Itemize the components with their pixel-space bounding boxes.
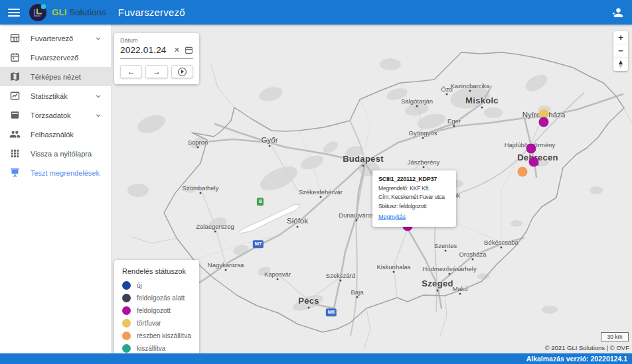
road-shield-M7: M7 — [253, 240, 264, 248]
city-dot — [308, 307, 310, 309]
status-dot-feldolgozott — [122, 306, 131, 315]
prev-day-button[interactable]: ← — [120, 65, 142, 78]
city-dot — [472, 259, 474, 261]
city-dot — [362, 165, 364, 167]
gli-logo-icon — [29, 4, 46, 21]
city-dot — [416, 105, 418, 107]
order-address: Cím: Kecskemét Fuvar utca — [378, 194, 450, 200]
sidebar-item-vissza-a-nyitolapra[interactable]: Vissza a nyitólapra — [0, 144, 111, 163]
status-dot-uj — [122, 281, 131, 290]
next-day-button[interactable]: → — [145, 65, 167, 78]
sidebar-item-label: Térképes nézet — [31, 73, 103, 81]
order-customer: Megrendelő: KKF Kft. — [378, 185, 450, 192]
city-dot — [459, 293, 461, 295]
scale-bar: 30 km — [601, 332, 629, 341]
legend-label: kiszállítva — [137, 345, 165, 352]
zoom-out-button[interactable]: − — [613, 44, 628, 58]
chart-icon — [9, 90, 21, 101]
legend-label: részben kiszállítva — [137, 332, 191, 339]
legend-item-feldolgozott: feldolgozott — [122, 306, 191, 315]
sidebar-item-torzsadatok[interactable]: Törzsadatok — [0, 105, 111, 125]
sidebar-item-statisztikak[interactable]: Statisztikák — [0, 86, 111, 105]
map-zoom-control: +− — [613, 31, 628, 71]
status-legend: Rendelés státuszok újfeldolgozás alattfe… — [114, 260, 199, 353]
logo-text: GLI Solutions — [52, 7, 106, 17]
sidebar-item-label: Törzsadatok — [31, 111, 94, 119]
city-dot — [393, 271, 395, 273]
sidebar-item-teszt-megrendelesek[interactable]: Teszt megrendelések — [0, 163, 111, 182]
city-dot — [200, 192, 202, 194]
order-popup: SCIII1_220112_KDP37 Megrendelő: KKF Kft.… — [372, 170, 456, 227]
chevron-down-icon — [94, 34, 103, 43]
compass-icon — [619, 60, 623, 68]
status-dot-reszben_kiszallitva — [122, 332, 131, 340]
city-dot — [277, 278, 279, 280]
chevron-down-icon — [94, 91, 103, 101]
archive-icon — [9, 109, 21, 121]
city-dot — [469, 90, 471, 92]
chevron-down-icon — [94, 111, 103, 120]
city-dot — [446, 93, 448, 95]
calendar-icon — [9, 52, 21, 63]
zoom-in-button[interactable]: + — [613, 31, 628, 44]
city-dot — [197, 147, 199, 149]
app-header: GLI Solutions Fuvarszervező — [0, 0, 632, 25]
sidebar-item-label: Fuvarszervező — [31, 54, 103, 62]
reset-rotation-button[interactable] — [613, 58, 628, 71]
logo-text-gli: GLI — [52, 7, 67, 17]
order-marker-feldolgozott[interactable] — [539, 117, 549, 127]
map-attribution: © 2021 GLI Solutions | © OVF — [545, 344, 629, 351]
legend-item-uj: új — [122, 281, 191, 290]
logo-text-solutions: Solutions — [69, 7, 106, 17]
open-order-link[interactable]: Megnyitás — [378, 213, 406, 220]
city-dot — [320, 196, 322, 198]
city-dot — [269, 145, 271, 147]
map-icon — [9, 71, 21, 82]
play-button[interactable] — [171, 65, 193, 78]
legend-label: törtfuvar — [137, 320, 161, 327]
legend-title: Rendelés státuszok — [122, 267, 191, 275]
city-dot — [437, 290, 439, 292]
city-dot — [453, 125, 455, 127]
city-dot — [423, 166, 425, 168]
table-icon — [9, 32, 21, 44]
order-marker-feldolgozott[interactable] — [529, 157, 539, 167]
apps-icon — [9, 148, 21, 159]
app-title: Fuvarszervező — [118, 7, 185, 18]
calendar-icon[interactable] — [185, 46, 193, 54]
city-dot — [225, 269, 227, 271]
date-field-label: Dátum — [120, 37, 193, 44]
date-value[interactable]: 2022.01.24 — [120, 45, 174, 55]
city-dot — [445, 250, 447, 252]
status-dot-feldolgozas_alatt — [122, 294, 131, 302]
legend-label: új — [137, 282, 142, 289]
city-dot — [356, 296, 358, 298]
city-dot — [356, 219, 358, 221]
sidebar-item-fuvartervezo[interactable]: Fuvartervező — [0, 29, 111, 48]
legend-item-feldolgozas_alatt: feldolgozás alatt — [122, 294, 191, 302]
sidebar-item-fuvarszervezo[interactable]: Fuvarszervező — [0, 48, 111, 67]
map-canvas[interactable]: SopronGyőrBudapestSalgótarjánÓzdKazincba… — [112, 25, 632, 353]
sidebar-item-felhasznalok[interactable]: Felhasználók — [0, 125, 111, 144]
city-dot — [501, 247, 503, 249]
sidebar-item-label: Fuvartervező — [31, 34, 94, 42]
legend-label: feldolgozás alatt — [137, 294, 185, 302]
version-bar: Alkalmazás verzió: 20220124.1 — [0, 353, 632, 364]
sidebar-item-terkepes-nezet[interactable]: Térképes nézet — [0, 67, 111, 86]
city-dot — [422, 137, 424, 139]
order-marker-feldolgozott[interactable] — [526, 144, 536, 154]
sidebar: FuvartervezőFuvarszervezőTérképes nézetS… — [0, 25, 112, 353]
sidebar-item-label: Teszt megrendelések — [31, 169, 103, 177]
date-panel: Dátum 2022.01.24 ✕ ← → — [114, 33, 199, 84]
order-status: Státusz: feldolgozott — [378, 203, 450, 210]
city-dot — [214, 231, 216, 233]
board-icon — [9, 167, 21, 178]
people-icon — [9, 129, 21, 140]
road-shield-M6: M6 — [326, 308, 337, 316]
clear-date-icon[interactable]: ✕ — [174, 46, 180, 54]
add-user-icon[interactable] — [609, 6, 624, 19]
date-input[interactable]: 2022.01.24 ✕ — [120, 44, 193, 59]
legend-item-kiszallitva: kiszállítva — [122, 344, 191, 353]
menu-icon[interactable] — [8, 9, 20, 17]
order-marker-reszben_kiszallitva[interactable] — [518, 167, 528, 177]
